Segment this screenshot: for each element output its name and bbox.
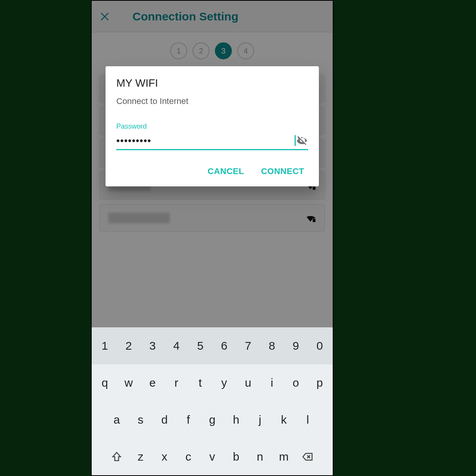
- key-n[interactable]: n: [248, 443, 272, 471]
- backspace-key[interactable]: [296, 443, 319, 471]
- key-l[interactable]: l: [296, 406, 319, 434]
- key-1[interactable]: 1: [93, 332, 116, 360]
- key-2[interactable]: 2: [117, 332, 140, 360]
- cancel-button[interactable]: CANCEL: [206, 163, 246, 179]
- dialog-subtitle: Connect to Internet: [116, 96, 308, 106]
- key-9[interactable]: 9: [284, 332, 307, 360]
- key-z[interactable]: z: [129, 443, 152, 471]
- key-d[interactable]: d: [153, 406, 176, 434]
- key-4[interactable]: 4: [165, 332, 188, 360]
- key-r[interactable]: r: [165, 369, 188, 397]
- wifi-password-dialog: MY WIFI Connect to Internet Password •••…: [106, 66, 319, 186]
- key-3[interactable]: 3: [141, 332, 164, 360]
- key-p[interactable]: p: [308, 369, 331, 397]
- key-6[interactable]: 6: [213, 332, 236, 360]
- key-u[interactable]: u: [236, 369, 260, 397]
- key-7[interactable]: 7: [236, 332, 260, 360]
- key-s[interactable]: s: [129, 406, 152, 434]
- key-8[interactable]: 8: [260, 332, 283, 360]
- key-a[interactable]: a: [105, 406, 128, 434]
- connect-button[interactable]: CONNECT: [260, 163, 306, 179]
- key-t[interactable]: t: [189, 369, 212, 397]
- key-m[interactable]: m: [272, 443, 295, 471]
- key-c[interactable]: c: [177, 443, 200, 471]
- soft-keyboard: 1 2 3 4 5 6 7 8 9 0 q w e r t y u i o p …: [92, 327, 333, 475]
- password-label: Password: [116, 122, 308, 131]
- kb-row-2: q w e r t y u i o p: [92, 364, 333, 401]
- phone-frame: Connection Setting 1 2 3 4 MY WIFI Conne…: [91, 0, 334, 476]
- key-g[interactable]: g: [201, 406, 224, 434]
- key-q[interactable]: q: [93, 369, 116, 397]
- password-input[interactable]: •••••••••: [116, 135, 297, 147]
- key-x[interactable]: x: [153, 443, 176, 471]
- key-b[interactable]: b: [225, 443, 248, 471]
- key-e[interactable]: e: [141, 369, 164, 397]
- key-v[interactable]: v: [201, 443, 224, 471]
- key-h[interactable]: h: [225, 406, 248, 434]
- kb-row-numbers: 1 2 3 4 5 6 7 8 9 0: [92, 327, 333, 364]
- key-0[interactable]: 0: [308, 332, 331, 360]
- kb-row-3: a s d f g h j k l: [92, 401, 333, 438]
- key-o[interactable]: o: [284, 369, 307, 397]
- shift-key[interactable]: [105, 443, 128, 471]
- dialog-actions: CANCEL CONNECT: [116, 163, 308, 179]
- kb-row-4: z x c v b n m: [92, 438, 333, 475]
- key-k[interactable]: k: [272, 406, 295, 434]
- key-w[interactable]: w: [117, 369, 140, 397]
- key-f[interactable]: f: [177, 406, 200, 434]
- key-i[interactable]: i: [260, 369, 283, 397]
- password-field-wrap: •••••••••: [116, 131, 308, 150]
- visibility-off-icon[interactable]: [296, 134, 308, 147]
- dialog-title: MY WIFI: [116, 77, 308, 89]
- key-y[interactable]: y: [213, 369, 236, 397]
- backspace-icon: [302, 451, 313, 463]
- shift-icon: [111, 451, 122, 463]
- key-j[interactable]: j: [248, 406, 272, 434]
- key-5[interactable]: 5: [189, 332, 212, 360]
